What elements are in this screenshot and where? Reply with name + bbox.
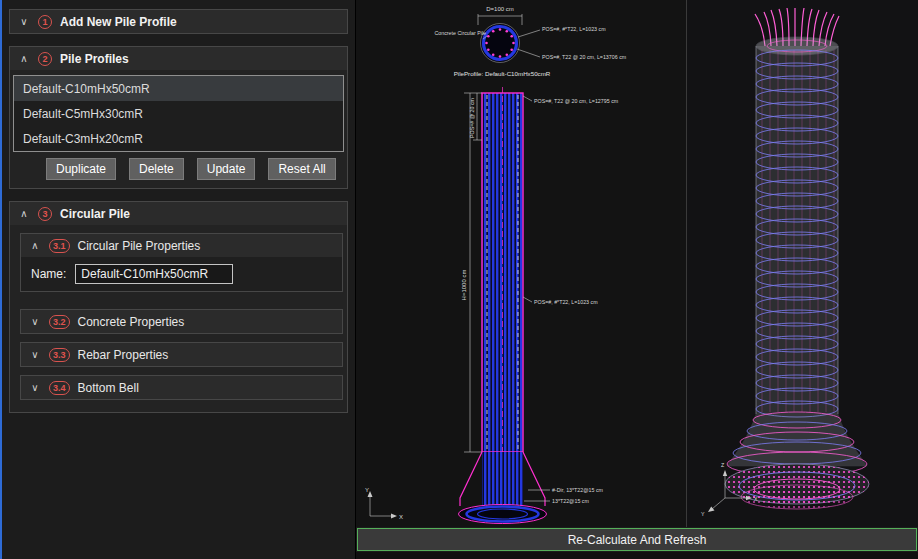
reset-all-button[interactable]: Reset All bbox=[268, 158, 335, 180]
circular-pile-properties-header[interactable]: ∧ 3.1 Circular Pile Properties bbox=[21, 234, 342, 257]
subsection-3-1-badge: 3.1 bbox=[49, 239, 70, 253]
pile-profiles-header[interactable]: ∧ 2 Pile Profiles bbox=[10, 47, 347, 70]
footer-bar: Re-Calculate And Refresh bbox=[356, 527, 918, 552]
pos-top-2-label: POS=#, T22 @ 20 cm, L=13706 cm bbox=[542, 54, 627, 60]
settings-sidebar: ∨ 1 Add New Pile Profile ∧ 2 Pile Profil… bbox=[2, 0, 356, 559]
bottom-bell-drawing bbox=[459, 452, 547, 524]
pos-elev-top-label: POS=#, T22 @ 20 cm, L=12795 cm bbox=[534, 98, 619, 104]
section-pile-profiles: ∧ 2 Pile Profiles Default-C10mHx50cmR De… bbox=[9, 46, 348, 189]
section-1-badge: 1 bbox=[38, 15, 52, 29]
chevron-up-icon: ∧ bbox=[29, 241, 41, 251]
update-button[interactable]: Update bbox=[197, 158, 256, 180]
axis-x-label-3d: X bbox=[754, 496, 758, 502]
subsection-3-1-title: Circular Pile Properties bbox=[78, 239, 201, 253]
name-label: Name: bbox=[31, 267, 66, 281]
section-add-new-pile-profile: ∨ 1 Add New Pile Profile bbox=[9, 9, 348, 34]
profile-actions: Duplicate Delete Update Reset All bbox=[46, 158, 347, 180]
pile-profile-caption: PileProfile: Default-C10mHx50cmR bbox=[454, 70, 551, 77]
axis-z-label: Z bbox=[721, 462, 725, 468]
section-2-badge: 2 bbox=[38, 52, 52, 66]
pile-3d-bell bbox=[725, 412, 869, 509]
diameter-dimension: D=100 cm bbox=[478, 6, 522, 25]
subsection-3-2-badge: 3.2 bbox=[49, 315, 70, 329]
render-3d-viewport[interactable]: Z X Y bbox=[686, 0, 918, 527]
subsection-rebar-properties: ∨ 3.3 Rebar Properties bbox=[20, 342, 343, 367]
axis-x-label: X bbox=[399, 514, 403, 520]
height-dimension: H=1000 cm POS=# @ 20 cm bbox=[461, 93, 482, 452]
subsection-bottom-bell: ∨ 3.4 Bottom Bell bbox=[20, 375, 343, 400]
delete-button[interactable]: Delete bbox=[129, 158, 184, 180]
height-dim-label: H=1000 cm bbox=[461, 270, 467, 301]
pos-elev-mid-label: POS=#, #*T22, L=1023 cm bbox=[534, 299, 598, 305]
recalculate-button[interactable]: Re-Calculate And Refresh bbox=[357, 528, 917, 551]
section-3-title: Circular Pile bbox=[60, 207, 130, 221]
pile-3d-body bbox=[756, 37, 838, 417]
rebar-properties-header[interactable]: ∨ 3.3 Rebar Properties bbox=[21, 343, 342, 366]
pile-name-input[interactable] bbox=[75, 264, 233, 284]
drawing-2d-viewport[interactable]: D=100 cm Concrete Circular Pile POS=#, #… bbox=[356, 0, 686, 527]
axis-y-label-3d: Y bbox=[701, 511, 705, 517]
subsection-3-3-badge: 3.3 bbox=[49, 348, 70, 362]
concrete-pile-label: Concrete Circular Pile bbox=[434, 30, 486, 36]
pos-top-1-label: POS=#, #*T22, L=1023 cm bbox=[542, 26, 606, 32]
chevron-down-icon: ∨ bbox=[29, 383, 41, 393]
subsection-3-4-badge: 3.4 bbox=[49, 381, 70, 395]
chevron-up-icon: ∧ bbox=[18, 209, 30, 219]
subsection-3-2-title: Concrete Properties bbox=[78, 315, 185, 329]
subsection-3-3-title: Rebar Properties bbox=[78, 348, 169, 362]
pos-bottom-1-label: #-Dir, 13*T22@15 cm bbox=[552, 487, 604, 493]
section-3-badge: 3 bbox=[38, 207, 52, 221]
axis-y-label: Y bbox=[365, 487, 369, 493]
circular-pile-header[interactable]: ∧ 3 Circular Pile bbox=[10, 202, 347, 225]
diameter-dim-label: D=100 cm bbox=[486, 6, 514, 12]
pile-profile-list: Default-C10mHx50cmR Default-C5mHx30cmR D… bbox=[13, 75, 344, 152]
bottom-bell-header[interactable]: ∨ 3.4 Bottom Bell bbox=[21, 376, 342, 399]
subsection-circular-pile-properties: ∧ 3.1 Circular Pile Properties Name: bbox=[20, 233, 343, 292]
list-item-profile-3[interactable]: Default-C3mHx20cmR bbox=[14, 126, 343, 151]
subsection-3-4-title: Bottom Bell bbox=[78, 381, 139, 395]
concrete-properties-header[interactable]: ∨ 3.2 Concrete Properties bbox=[21, 310, 342, 333]
pos-bottom-2-label: 13*T22@15 cm bbox=[552, 498, 589, 504]
chevron-down-icon: ∨ bbox=[29, 317, 41, 327]
subsection-concrete-properties: ∨ 3.2 Concrete Properties bbox=[20, 309, 343, 334]
chevron-up-icon: ∧ bbox=[18, 54, 30, 64]
chevron-down-icon: ∨ bbox=[18, 17, 30, 27]
window-accent-edge bbox=[0, 0, 2, 559]
list-item-profile-2[interactable]: Default-C5mHx30cmR bbox=[14, 101, 343, 126]
section-circular-pile: ∧ 3 Circular Pile ∧ 3.1 Circular Pile Pr… bbox=[9, 201, 348, 413]
chevron-down-icon: ∨ bbox=[29, 350, 41, 360]
add-new-pile-profile-header[interactable]: ∨ 1 Add New Pile Profile bbox=[10, 10, 347, 33]
axis-triad-2d: Y X bbox=[365, 487, 403, 520]
top-spacing-dim-label: POS=# @ 20 cm bbox=[469, 97, 475, 138]
pile-elevation bbox=[482, 87, 523, 458]
section-2-title: Pile Profiles bbox=[60, 52, 129, 66]
section-1-title: Add New Pile Profile bbox=[60, 15, 177, 29]
pile-cross-section bbox=[481, 24, 520, 63]
circular-pile-group: ∧ 3.1 Circular Pile Properties Name: ∨ 3… bbox=[10, 225, 347, 412]
list-item-profile-1[interactable]: Default-C10mHx50cmR bbox=[14, 76, 343, 101]
duplicate-button[interactable]: Duplicate bbox=[46, 158, 116, 180]
pile-name-row: Name: bbox=[21, 257, 342, 291]
